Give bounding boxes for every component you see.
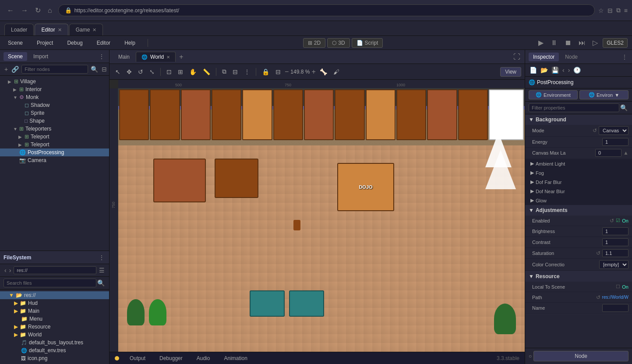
fs-item-res[interactable]: ▼ 📂 res://: [0, 291, 109, 299]
dof-far-header[interactable]: ▶ Dof Far Blur: [525, 177, 632, 187]
browser-tab-game[interactable]: Game ✕: [69, 24, 103, 35]
forward-button[interactable]: →: [18, 5, 31, 16]
filter-search-button[interactable]: 🔍: [619, 103, 628, 112]
node-options-button[interactable]: ⊟: [101, 65, 108, 74]
import-tab[interactable]: Import: [29, 52, 53, 61]
more-options-button[interactable]: ⋮: [98, 52, 106, 61]
canvas-max-arrow[interactable]: ▲: [623, 150, 628, 156]
node-tab[interactable]: Node: [561, 53, 582, 61]
audio-tab[interactable]: Audio: [193, 354, 214, 362]
rotate-tool-button[interactable]: ↺: [136, 67, 145, 77]
menu-icon[interactable]: ≡: [624, 7, 628, 14]
inspect-icon-history[interactable]: 🕐: [572, 66, 582, 74]
zoom-out-button[interactable]: −: [285, 68, 289, 76]
canvas-viewport[interactable]: DOJO: [118, 88, 525, 352]
inspect-icon-back[interactable]: ‹: [561, 66, 565, 74]
view-3d-button[interactable]: ⬡ 3D: [327, 38, 350, 48]
tree-node-sprite[interactable]: ▶ ◻ Sprite 👁: [0, 109, 109, 117]
lock-button[interactable]: 🔒: [260, 67, 272, 77]
fs-item-menu[interactable]: 📁 Menu: [0, 315, 109, 323]
inspector-more-button[interactable]: ⋮: [621, 53, 628, 61]
canvas-max-input[interactable]: [595, 149, 621, 157]
tree-node-teleport2[interactable]: ▶ ⊞ Teleport ⊟ ⊟ 👁: [0, 141, 109, 148]
scene-play-button[interactable]: ▷: [590, 37, 600, 48]
tab-close-game[interactable]: ✕: [92, 27, 96, 33]
bone-tool-button[interactable]: 🦴: [318, 67, 329, 77]
tree-node-village[interactable]: ▶ ⊞ Village ⊟ 👁: [0, 78, 109, 85]
path-reset-button[interactable]: ↺: [596, 294, 600, 300]
search-files-input[interactable]: [4, 279, 96, 287]
dof-near-header[interactable]: ▶ Dof Near Blur: [525, 187, 632, 196]
brightness-input[interactable]: [602, 227, 628, 235]
tree-node-teleport1[interactable]: ▶ ⊞ Teleport ⊟ ⊟ 👁: [0, 133, 109, 141]
snap-button[interactable]: ⧉: [220, 67, 229, 77]
menu-editor[interactable]: Editor: [93, 38, 114, 48]
browser-tab-editor[interactable]: Editor ✕: [35, 24, 68, 35]
inspect-icon1[interactable]: 📄: [529, 66, 538, 74]
pan-tool-button[interactable]: ✋: [187, 67, 199, 77]
editor-tab-close-world[interactable]: ✕: [166, 55, 170, 60]
back-button[interactable]: ←: [4, 5, 17, 16]
saturation-reset-button[interactable]: ↺: [596, 250, 600, 256]
add-tab-button[interactable]: +: [177, 52, 186, 62]
stop-button[interactable]: ⏹: [562, 38, 574, 48]
add-node-button[interactable]: +: [4, 65, 9, 74]
paint-button[interactable]: 🖌: [331, 67, 342, 77]
fs-item-main[interactable]: ▶ 📁 Main: [0, 307, 109, 315]
script-button[interactable]: 📄 Script: [352, 38, 383, 48]
background-section-header[interactable]: ▼ Background: [525, 114, 632, 125]
enabled-reset-button[interactable]: ↺: [610, 218, 614, 224]
editor-tab-main[interactable]: Main: [113, 52, 135, 62]
tree-node-interior[interactable]: ▶ ⊞ Interior ⊟ 👁: [0, 85, 109, 93]
enabled-toggle[interactable]: ☑ On: [616, 218, 628, 223]
inspect-icon-forward[interactable]: ›: [567, 66, 571, 74]
scale-tool-button[interactable]: ⤡: [147, 67, 157, 77]
tree-node-teleporters[interactable]: ▼ ⊞ Teleporters 👁: [0, 125, 109, 133]
filter-nodes-input[interactable]: [21, 65, 88, 74]
view-menu-button[interactable]: View: [500, 67, 521, 77]
animation-tab[interactable]: Animation: [220, 354, 251, 362]
inspect-icon3[interactable]: 💾: [551, 66, 560, 74]
fs-item-world[interactable]: ▶ 📁 World: [0, 331, 109, 339]
filesystem-options-button[interactable]: ⋮: [98, 253, 106, 262]
environ-button[interactable]: 🌐 Environ ▼: [579, 90, 628, 99]
output-tab[interactable]: Output: [126, 354, 149, 362]
saturation-input[interactable]: [602, 249, 628, 257]
step-button[interactable]: ⏭: [576, 38, 588, 48]
tree-node-camera[interactable]: ▶ 📷 Camera ⊟ ⊟ 👁: [0, 156, 109, 164]
mode-reset-button[interactable]: ↺: [593, 127, 597, 134]
tab-icon[interactable]: ⧉: [616, 7, 621, 14]
fs-item-icon[interactable]: 🖼 icon.png: [0, 354, 109, 362]
move-tool-button[interactable]: ✥: [124, 67, 134, 77]
tree-node-postprocessing[interactable]: ▶ 🌐 PostProcessing: [0, 148, 109, 156]
filter-properties-input[interactable]: [529, 103, 619, 112]
group2-button[interactable]: ⊟: [273, 67, 283, 77]
inspector-tab[interactable]: Inspector: [529, 53, 559, 61]
fullscreen-button[interactable]: ⛶: [512, 52, 521, 62]
group-button[interactable]: ⊞: [176, 67, 185, 77]
name-input[interactable]: [602, 304, 628, 312]
play-button[interactable]: ▶: [536, 37, 546, 48]
resource-section-header[interactable]: ▼ Resource: [525, 271, 632, 282]
fs-item-default-env[interactable]: 🌐 default_env.tres: [0, 346, 109, 354]
tree-node-shadow[interactable]: ▶ ◻ Shadow 👁: [0, 101, 109, 109]
inspect-icon2[interactable]: 📂: [540, 66, 549, 74]
home-button[interactable]: ⌂: [45, 5, 55, 16]
tree-node-monk[interactable]: ▼ ⚙ Monk 👁: [0, 93, 109, 101]
browser-tab-loader[interactable]: Loader: [4, 24, 34, 35]
pause-button[interactable]: ⏸: [548, 38, 560, 48]
editor-tab-world[interactable]: 🌐 World ✕: [136, 52, 176, 62]
environment-button[interactable]: 🌐 Environment: [529, 90, 578, 99]
zoom-in-button[interactable]: +: [311, 68, 315, 76]
tree-node-shape[interactable]: ▶ □ Shape 👁: [0, 117, 109, 125]
ruler-button[interactable]: 📏: [201, 67, 212, 77]
address-bar[interactable]: 🔒 https://editor.godotengine.org/release…: [58, 4, 595, 16]
fs-item-hud[interactable]: ▶ 📁 Hud: [0, 299, 109, 307]
mode-select[interactable]: Canvas: [599, 126, 628, 135]
fs-back-button[interactable]: ‹: [4, 266, 7, 275]
energy-input[interactable]: [602, 138, 628, 146]
menu-project[interactable]: Project: [33, 38, 56, 48]
grid-button[interactable]: ⊟: [230, 67, 240, 77]
select-all-button[interactable]: ⊡: [164, 67, 174, 77]
select-tool-button[interactable]: ↖: [113, 67, 123, 77]
